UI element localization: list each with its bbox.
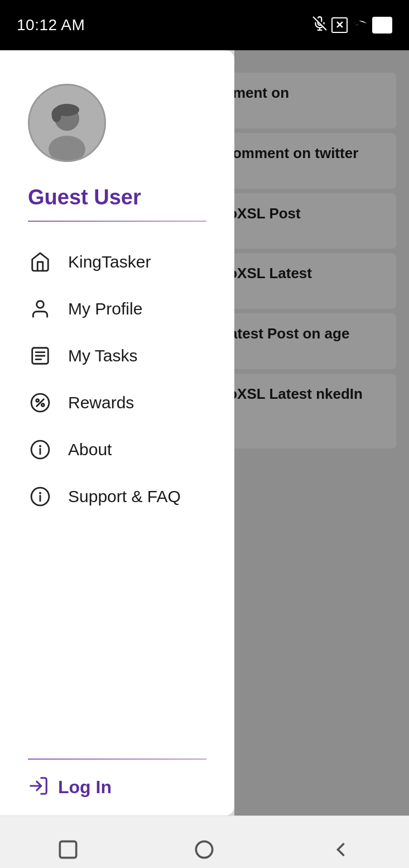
drawer-bottom: Log In	[28, 747, 212, 799]
sidebar-item-label: About	[68, 440, 112, 459]
person-icon	[28, 297, 52, 321]
status-bar: 10:12 AM ✕ 91	[0, 0, 409, 50]
sidebar-item-about[interactable]: About	[28, 426, 212, 473]
bottom-divider	[28, 759, 206, 760]
login-icon	[28, 775, 49, 799]
avatar	[28, 84, 106, 162]
avatar-silhouette	[36, 99, 98, 160]
svg-point-24	[196, 841, 213, 857]
sidebar-item-label: Rewards	[68, 393, 134, 412]
svg-point-5	[52, 107, 62, 122]
side-drawer: Guest User KingTasker	[0, 50, 234, 815]
support-icon	[28, 484, 52, 509]
sidebar-item-label: Support & FAQ	[68, 487, 181, 506]
svg-point-13	[36, 399, 39, 402]
avatar-container	[28, 84, 212, 162]
sidebar-item-my-tasks[interactable]: My Tasks	[28, 332, 212, 379]
x-icon: ✕	[331, 17, 348, 33]
status-time: 10:12 AM	[17, 16, 85, 34]
home-icon	[28, 250, 52, 274]
wifi-icon	[352, 17, 368, 33]
sidebar-item-label: My Profile	[68, 299, 142, 318]
screen-container: and comment on 17 days left ire and comm…	[0, 50, 409, 868]
dim-overlay	[234, 50, 409, 815]
rewards-icon	[28, 390, 52, 415]
android-home-button[interactable]	[187, 833, 221, 866]
svg-point-7	[37, 301, 44, 308]
android-back-button[interactable]	[324, 833, 358, 866]
phone-body: and comment on 17 days left ire and comm…	[0, 50, 409, 868]
svg-line-15	[37, 399, 44, 407]
android-square-button[interactable]	[51, 833, 85, 866]
sidebar-item-support-faq[interactable]: Support & FAQ	[28, 473, 212, 520]
bottom-nav-bar	[0, 815, 409, 868]
sidebar-item-label: My Tasks	[68, 346, 137, 365]
sidebar-item-my-profile[interactable]: My Profile	[28, 285, 212, 332]
svg-rect-23	[60, 841, 76, 857]
sidebar-item-label: KingTasker	[68, 252, 151, 271]
top-divider	[28, 221, 206, 222]
user-name: Guest User	[28, 185, 212, 209]
sidebar-item-rewards[interactable]: Rewards	[28, 379, 212, 426]
login-button[interactable]: Log In	[28, 775, 212, 799]
login-label: Log In	[58, 777, 112, 798]
status-icons: ✕ 91	[312, 16, 392, 34]
info-icon	[28, 437, 52, 462]
nav-list: KingTasker My Profile	[28, 239, 212, 747]
svg-point-14	[41, 404, 44, 407]
svg-point-6	[49, 136, 85, 160]
tasks-icon	[28, 344, 52, 368]
mute-icon	[312, 16, 327, 34]
battery-icon: 91	[372, 17, 392, 34]
sidebar-item-kingtasker[interactable]: KingTasker	[28, 239, 212, 285]
